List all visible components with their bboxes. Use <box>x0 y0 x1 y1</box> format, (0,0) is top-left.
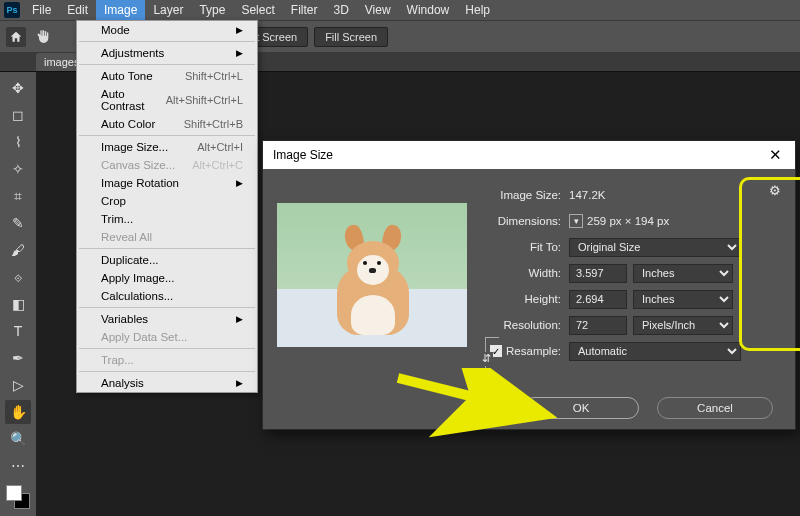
menuitem-mode[interactable]: Mode▶ <box>77 21 257 39</box>
gear-icon[interactable]: ⚙ <box>769 183 781 198</box>
menu-file[interactable]: File <box>24 0 59 20</box>
constrain-link-icon[interactable]: ⇵ <box>485 337 499 381</box>
fit-to-label: Fit To: <box>485 241 569 253</box>
wand-tool-icon[interactable]: ✧ <box>5 157 31 181</box>
resolution-input[interactable] <box>569 316 627 335</box>
close-icon[interactable]: ✕ <box>761 146 789 164</box>
image-preview <box>277 203 467 347</box>
ok-button[interactable]: OK <box>523 397 639 419</box>
height-label: Height: <box>499 293 569 305</box>
dimensions-value: 259 px × 194 px <box>587 215 669 227</box>
menuitem-analysis[interactable]: Analysis▶ <box>77 374 257 392</box>
menuitem-auto-contrast[interactable]: Auto ContrastAlt+Shift+Ctrl+L <box>77 85 257 115</box>
resolution-unit-select[interactable]: Pixels/Inch <box>633 316 733 335</box>
menu-help[interactable]: Help <box>457 0 498 20</box>
zoom-tool-icon[interactable]: 🔍 <box>5 427 31 451</box>
dialog-titlebar: Image Size ✕ <box>263 141 795 169</box>
menuitem-trap[interactable]: Trap... <box>77 351 257 369</box>
image-size-dialog: Image Size ✕ ⚙ Image Size:147.2K Dimensi… <box>262 140 796 430</box>
width-input[interactable] <box>569 264 627 283</box>
menu-view[interactable]: View <box>357 0 399 20</box>
menu-layer[interactable]: Layer <box>145 0 191 20</box>
brush-tool-icon[interactable]: 🖌 <box>5 238 31 262</box>
menuitem-apply-data-set[interactable]: Apply Data Set... <box>77 328 257 346</box>
height-unit-select[interactable]: Inches <box>633 290 733 309</box>
hand-tool-icon[interactable] <box>32 25 54 49</box>
width-unit-select[interactable]: Inches <box>633 264 733 283</box>
cancel-button[interactable]: Cancel <box>657 397 773 419</box>
move-tool-icon[interactable]: ✥ <box>5 76 31 100</box>
app-icon: Ps <box>4 2 20 18</box>
resample-label: Resample: <box>506 345 561 357</box>
resample-select[interactable]: Automatic <box>569 342 741 361</box>
menuitem-adjustments[interactable]: Adjustments▶ <box>77 44 257 62</box>
eraser-tool-icon[interactable]: ◧ <box>5 292 31 316</box>
menuitem-variables[interactable]: Variables▶ <box>77 310 257 328</box>
menuitem-image-rotation[interactable]: Image Rotation▶ <box>77 174 257 192</box>
height-input[interactable] <box>569 290 627 309</box>
menu-select[interactable]: Select <box>233 0 282 20</box>
toolbox: ✥ ◻ ⌇ ✧ ⌗ ✎ 🖌 ⟐ ◧ T ✒ ▷ ✋ 🔍 ⋯ <box>0 72 36 516</box>
menuitem-calculations[interactable]: Calculations... <box>77 287 257 305</box>
pen-tool-icon[interactable]: ✒ <box>5 346 31 370</box>
menu-image[interactable]: Image <box>96 0 145 20</box>
menuitem-duplicate[interactable]: Duplicate... <box>77 251 257 269</box>
marquee-tool-icon[interactable]: ◻ <box>5 103 31 127</box>
fill-screen-button[interactable]: Fill Screen <box>314 27 388 47</box>
menu-window[interactable]: Window <box>399 0 458 20</box>
menubar: Ps File Edit Image Layer Type Select Fil… <box>0 0 800 20</box>
menu-3d[interactable]: 3D <box>325 0 356 20</box>
menuitem-crop[interactable]: Crop <box>77 192 257 210</box>
image-size-label: Image Size: <box>485 189 569 201</box>
path-select-tool-icon[interactable]: ▷ <box>5 373 31 397</box>
resolution-label: Resolution: <box>485 319 569 331</box>
stamp-tool-icon[interactable]: ⟐ <box>5 265 31 289</box>
color-swatch[interactable] <box>6 485 30 509</box>
menu-filter[interactable]: Filter <box>283 0 326 20</box>
dimensions-toggle-icon[interactable]: ▾ <box>569 214 583 228</box>
menu-type[interactable]: Type <box>191 0 233 20</box>
menuitem-apply-image[interactable]: Apply Image... <box>77 269 257 287</box>
image-menu-dropdown: Mode▶ Adjustments▶ Auto ToneShift+Ctrl+L… <box>76 20 258 393</box>
menuitem-canvas-size[interactable]: Canvas Size...Alt+Ctrl+C <box>77 156 257 174</box>
menuitem-reveal-all[interactable]: Reveal All <box>77 228 257 246</box>
image-size-value: 147.2K <box>569 189 605 201</box>
width-label: Width: <box>499 267 569 279</box>
type-tool-icon[interactable]: T <box>5 319 31 343</box>
eyedropper-tool-icon[interactable]: ✎ <box>5 211 31 235</box>
more-tools-icon[interactable]: ⋯ <box>5 454 31 478</box>
menuitem-trim[interactable]: Trim... <box>77 210 257 228</box>
menuitem-auto-tone[interactable]: Auto ToneShift+Ctrl+L <box>77 67 257 85</box>
dialog-title: Image Size <box>273 148 333 162</box>
menuitem-image-size[interactable]: Image Size...Alt+Ctrl+I <box>77 138 257 156</box>
dimensions-label: Dimensions: <box>485 215 569 227</box>
lasso-tool-icon[interactable]: ⌇ <box>5 130 31 154</box>
home-icon[interactable] <box>6 27 26 47</box>
crop-tool-icon[interactable]: ⌗ <box>5 184 31 208</box>
menuitem-auto-color[interactable]: Auto ColorShift+Ctrl+B <box>77 115 257 133</box>
fit-to-select[interactable]: Original Size <box>569 238 741 257</box>
hand-tool-icon[interactable]: ✋ <box>5 400 31 424</box>
menu-edit[interactable]: Edit <box>59 0 96 20</box>
